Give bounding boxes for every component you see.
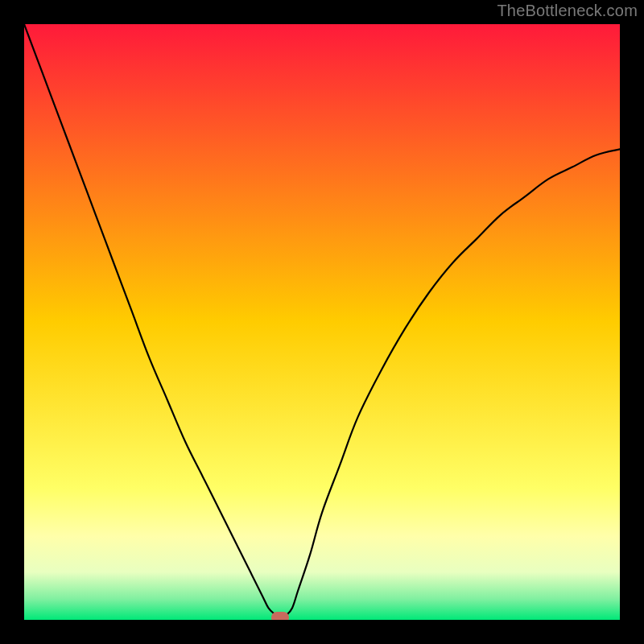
background-gradient: [24, 24, 620, 620]
plot-svg: [24, 24, 620, 620]
watermark-text: TheBottleneck.com: [497, 2, 638, 20]
optimal-point-marker: [271, 612, 289, 620]
chart-root: TheBottleneck.com: [0, 0, 644, 644]
plot-area: [24, 24, 620, 620]
